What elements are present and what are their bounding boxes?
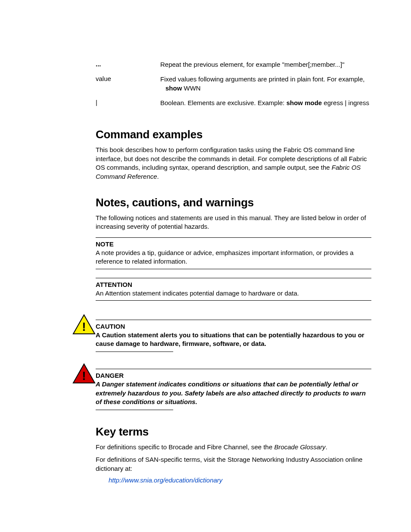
attention-callout: ATTENTION An Attention statement indicat…: [96, 278, 371, 303]
table-row: value Fixed values following arguments a…: [96, 75, 394, 99]
snia-dictionary-link[interactable]: http://www.snia.org/education/dictionary: [109, 476, 371, 484]
danger-callout: ! DANGER A Danger statement indicates co…: [73, 363, 371, 411]
attention-body: An Attention statement indicates potenti…: [96, 289, 371, 298]
para-command-examples: This book describes how to perform confi…: [96, 146, 371, 181]
danger-triangle-icon: !: [69, 363, 99, 384]
svg-text:!: !: [82, 369, 86, 383]
conv-ellipsis-symbol: ...: [96, 60, 160, 75]
conv-pipe-symbol: |: [96, 99, 160, 113]
note-body: A note provides a tip, guidance or advic…: [96, 249, 371, 266]
danger-body: A Danger statement indicates conditions …: [96, 380, 371, 406]
caution-body: A Caution statement alerts you to situat…: [96, 331, 371, 348]
note-callout: NOTE A note provides a tip, guidance or …: [96, 237, 371, 272]
table-row: | Boolean. Elements are exclusive. Examp…: [96, 99, 394, 113]
caution-triangle-icon: !: [69, 314, 99, 335]
conventions-table: ... Repeat the previous element, for exa…: [96, 60, 394, 113]
svg-text:!: !: [82, 320, 86, 333]
heading-key-terms: Key terms: [96, 425, 371, 439]
heading-command-examples: Command examples: [96, 128, 371, 141]
conv-pipe-desc: Boolean. Elements are exclusive. Example…: [160, 99, 394, 113]
conv-value-desc: Fixed values following arguments are pri…: [160, 75, 394, 99]
caution-title: CAUTION: [96, 320, 371, 330]
attention-title: ATTENTION: [96, 281, 371, 288]
note-title: NOTE: [96, 240, 371, 248]
danger-title: DANGER: [96, 369, 371, 379]
para-key-terms-1: For definitions specific to Brocade and …: [96, 443, 371, 452]
conv-ellipsis-desc: Repeat the previous element, for example…: [160, 60, 394, 75]
para-key-terms-2: For definitions of SAN-specific terms, v…: [96, 455, 371, 473]
caution-callout: ! CAUTION A Caution statement alerts you…: [73, 314, 371, 353]
table-row: ... Repeat the previous element, for exa…: [96, 60, 394, 75]
heading-notes-cautions-warnings: Notes, cautions, and warnings: [96, 196, 371, 209]
conv-value-symbol: value: [96, 75, 160, 99]
document-page: ... Repeat the previous element, for exa…: [0, 0, 411, 532]
para-notes-intro: The following notices and statements are…: [96, 214, 371, 231]
